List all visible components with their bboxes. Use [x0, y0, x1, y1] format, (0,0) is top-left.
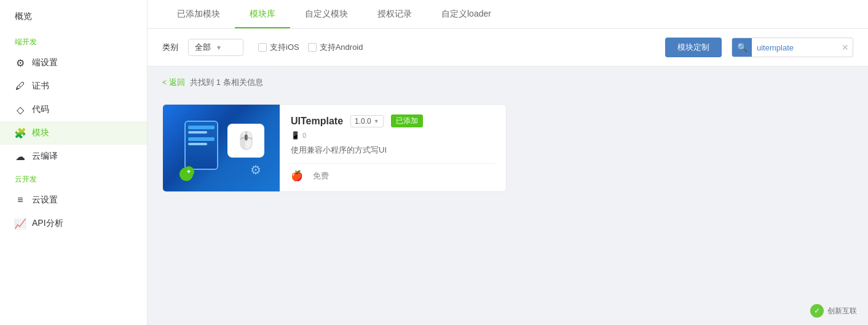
ios-checkbox-label: 支持iOS: [270, 42, 299, 53]
search-clear-icon[interactable]: ✕: [838, 42, 853, 52]
bottom-brand: ✓ 创新互联: [810, 304, 857, 318]
tab-custom-module[interactable]: 自定义模块: [290, 0, 363, 28]
module-card-image: S 🖱️ ⚙ ✦: [163, 105, 280, 191]
sidebar-item-certificate[interactable]: 🖊 证书: [0, 74, 147, 98]
sidebar: 概览 端开发 ⚙ 端设置 🖊 证书 ◇ 代码 🧩 模块 ☁ 云编译 云开发 ≡ …: [0, 0, 148, 325]
module-title: UITemplate: [291, 116, 343, 127]
illus-widget: 🖱️: [227, 124, 264, 158]
apple-icon: 🍎: [291, 170, 303, 182]
category-value: 全部: [195, 42, 211, 53]
search-input[interactable]: [752, 41, 838, 55]
subtitle-platform-icon: 📱: [291, 131, 300, 140]
illus-gear-icon: ⚙: [250, 162, 261, 177]
category-label: 类别: [162, 42, 178, 53]
illus-container: S 🖱️ ⚙ ✦: [178, 114, 264, 182]
code-icon: ◇: [15, 104, 26, 115]
sidebar-section-frontend: 端开发: [0, 31, 147, 51]
customize-button[interactable]: 模块定制: [665, 38, 722, 57]
android-checkbox-label: 支持Android: [320, 42, 363, 53]
illus-phone-screen: [186, 122, 217, 169]
illus-line-1: [188, 126, 215, 129]
sidebar-item-module[interactable]: 🧩 模块: [0, 121, 147, 145]
sidebar-item-cloud-compile[interactable]: ☁ 云编译: [0, 145, 147, 168]
back-result-row: < 返回 共找到 1 条相关信息: [162, 76, 853, 97]
version-value: 1.0.0: [355, 117, 371, 126]
ios-checkbox-box: [258, 43, 267, 52]
result-info: 共找到 1 条相关信息: [187, 78, 262, 87]
brand-name: 创新互联: [827, 306, 857, 316]
tabs-bar: 已添加模块 模块库 自定义模块 授权记录 自定义loader: [148, 0, 868, 29]
search-box: 🔍 ✕: [732, 38, 853, 57]
illus-line-3: [188, 137, 215, 141]
main-content: 已添加模块 模块库 自定义模块 授权记录 自定义loader 类别 全部 ▼ 支…: [148, 0, 868, 325]
android-checkbox[interactable]: 支持Android: [308, 42, 363, 53]
filter-bar: 类别 全部 ▼ 支持iOS 支持Android 模块定制 🔍 ✕: [148, 29, 868, 66]
ios-checkbox[interactable]: 支持iOS: [258, 42, 299, 53]
sidebar-section-cloud: 云开发: [0, 168, 147, 188]
sidebar-label-certificate: 证书: [32, 81, 49, 92]
platform-checkboxes: 支持iOS 支持Android: [258, 42, 363, 53]
certificate-icon: 🖊: [15, 81, 26, 92]
module-card-body: UITemplate 1.0.0 ▼ 已添加 📱 0 使用兼容小程序的方式写UI…: [280, 105, 506, 191]
sidebar-item-overview[interactable]: 概览: [0, 0, 147, 31]
sidebar-label-code: 代码: [32, 104, 49, 115]
back-link[interactable]: < 返回: [162, 77, 185, 88]
sidebar-label-cloud-compile: 云编译: [32, 151, 58, 162]
sidebar-item-code[interactable]: ◇ 代码: [0, 98, 147, 121]
sidebar-item-cloud-settings[interactable]: ≡ 云设置: [0, 188, 147, 212]
module-icon: 🧩: [15, 127, 26, 138]
card-header-row: UITemplate 1.0.0 ▼ 已添加: [291, 114, 495, 127]
subtitle-count: 0: [302, 132, 306, 139]
card-description: 使用兼容小程序的方式写UI: [291, 145, 495, 156]
sidebar-label-endpoint-settings: 端设置: [32, 57, 58, 68]
illus-phone: [184, 121, 218, 170]
cloud-compile-icon: ☁: [15, 151, 26, 162]
brand-logo: ✓: [810, 304, 824, 318]
card-subtitle: 📱 0: [291, 131, 495, 140]
illus-small-badge: ✦: [183, 166, 194, 177]
widget-mouse-icon: 🖱️: [235, 130, 257, 151]
module-illustration: S 🖱️ ⚙ ✦: [170, 112, 272, 184]
category-arrow-icon: ▼: [216, 44, 222, 51]
version-arrow-icon: ▼: [374, 118, 379, 124]
module-price: 免费: [313, 171, 329, 182]
cloud-settings-icon: ≡: [15, 195, 26, 206]
illus-line-4: [188, 143, 207, 145]
sidebar-item-endpoint-settings[interactable]: ⚙ 端设置: [0, 51, 147, 74]
category-select[interactable]: 全部 ▼: [188, 39, 243, 56]
chevron-left-icon: <: [162, 78, 167, 87]
illus-line-2: [188, 131, 207, 134]
api-analysis-icon: 📈: [15, 218, 26, 229]
added-badge: 已添加: [391, 114, 423, 127]
sidebar-label-api-analysis: API分析: [32, 218, 63, 229]
android-checkbox-box: [308, 43, 317, 52]
tab-module-library[interactable]: 模块库: [235, 0, 290, 28]
sidebar-item-api-analysis[interactable]: 📈 API分析: [0, 212, 147, 235]
search-icon[interactable]: 🔍: [732, 38, 752, 57]
tab-added-modules[interactable]: 已添加模块: [162, 0, 235, 28]
module-card: S 🖱️ ⚙ ✦ UITemplate 1.0.0 ▼: [162, 104, 507, 192]
tab-auth-records[interactable]: 授权记录: [363, 0, 427, 28]
gear-icon: ⚙: [15, 57, 26, 68]
back-link-text: 返回: [169, 77, 185, 88]
sidebar-label-module: 模块: [32, 127, 49, 138]
tab-custom-loader[interactable]: 自定义loader: [427, 0, 506, 28]
card-footer: 🍎 免费: [291, 163, 495, 182]
sidebar-label-cloud-settings: 云设置: [32, 195, 58, 206]
version-select[interactable]: 1.0.0 ▼: [350, 115, 384, 127]
content-area: < 返回 共找到 1 条相关信息: [148, 66, 868, 325]
